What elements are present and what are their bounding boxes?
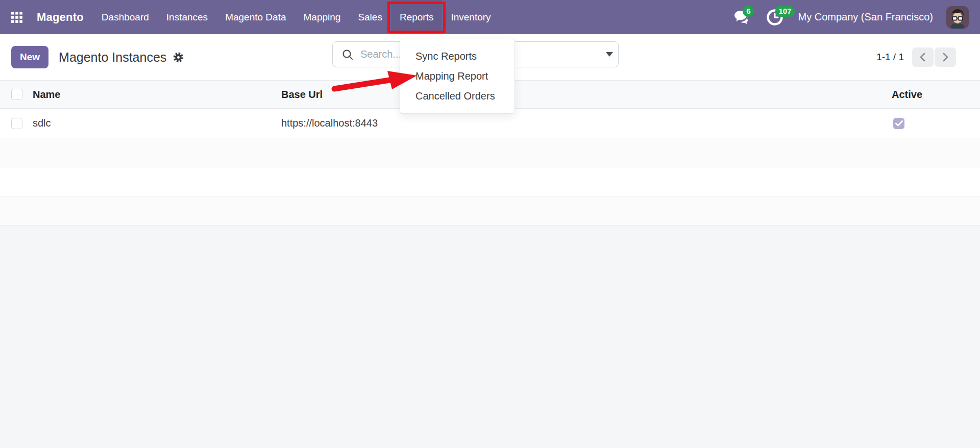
column-header-active[interactable]: Active	[883, 89, 980, 101]
empty-row	[0, 138, 980, 167]
nav-inventory[interactable]: Inventory	[442, 0, 499, 34]
page-title-text: Magento Instances	[59, 50, 166, 65]
nav-sales[interactable]: Sales	[349, 0, 391, 34]
nav-reports-label: Reports	[400, 12, 434, 23]
nav-dashboard[interactable]: Dashboard	[93, 0, 158, 34]
nav-reports[interactable]: Reports	[391, 0, 443, 34]
row-active-checkbox[interactable]	[893, 118, 904, 129]
nav-magento-data[interactable]: Magento Data	[216, 0, 295, 34]
column-header-base-url[interactable]: Base Url	[281, 89, 883, 101]
menu-item-cancelled-orders[interactable]: Cancelled Orders	[400, 86, 514, 106]
instances-list: Name Base Url Active sdlc https://localh…	[0, 80, 980, 448]
reports-dropdown-menu: Sync Reports Mapping Report Cancelled Or…	[400, 39, 515, 114]
chevron-down-icon	[606, 52, 613, 57]
chevron-left-icon	[919, 52, 927, 62]
breadcrumb-area: New Magento Instances	[11, 34, 184, 80]
row-base-url-cell[interactable]: https://localhost:8443	[281, 117, 883, 129]
topbar-right: 6 107 My Company (San Francisco)	[732, 6, 980, 29]
search-icon	[342, 49, 353, 60]
search-filters-toggle[interactable]	[600, 42, 618, 67]
pager-next-button[interactable]	[935, 47, 956, 67]
apps-grid-icon[interactable]	[11, 12, 22, 23]
activities-badge: 107	[775, 6, 794, 17]
messages-button[interactable]: 6	[732, 8, 752, 27]
empty-row	[0, 167, 980, 196]
menu-item-sync-reports[interactable]: Sync Reports	[400, 46, 514, 66]
row-select-checkbox[interactable]	[11, 118, 22, 129]
checkmark-icon	[895, 120, 903, 127]
topbar: Magento Dashboard Instances Magento Data…	[0, 0, 980, 34]
pager: 1-1 / 1	[876, 34, 956, 80]
pager-previous-button[interactable]	[912, 47, 934, 67]
column-header-name[interactable]: Name	[33, 89, 281, 101]
nav-instances[interactable]: Instances	[158, 0, 216, 34]
new-button[interactable]: New	[11, 46, 48, 68]
menu-item-mapping-report[interactable]: Mapping Report	[400, 66, 514, 86]
company-switcher[interactable]: My Company (San Francisco)	[798, 11, 933, 23]
nav-mapping[interactable]: Mapping	[295, 0, 349, 34]
chevron-right-icon	[941, 52, 949, 62]
empty-row	[0, 196, 980, 226]
messages-badge: 6	[743, 6, 754, 17]
select-all-checkbox[interactable]	[11, 89, 22, 100]
main-nav: Dashboard Instances Magento Data Mapping…	[93, 0, 500, 34]
row-name-cell[interactable]: sdlc	[33, 117, 281, 129]
activities-button[interactable]: 107	[765, 8, 785, 27]
app-brand[interactable]: Magento	[37, 11, 84, 24]
content-background	[0, 226, 980, 448]
gear-icon[interactable]	[173, 52, 184, 63]
pager-buttons	[912, 47, 956, 67]
page-title: Magento Instances	[59, 50, 184, 65]
pager-range: 1-1 / 1	[876, 52, 904, 63]
user-avatar[interactable]	[946, 6, 969, 29]
